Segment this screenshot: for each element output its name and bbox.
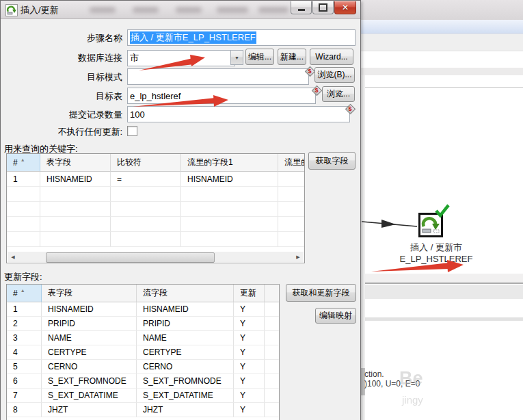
cell[interactable]: NAME [137, 331, 234, 345]
browse-schema-button[interactable]: 浏览(B)... [314, 67, 355, 83]
chevron-down-icon: ▼ [234, 55, 239, 60]
wizard-button[interactable]: Wizard... [310, 49, 353, 65]
cell[interactable]: HISNAMEID [181, 172, 278, 187]
update-table-row[interactable]: 7S_EXT_DATATIMES_EXT_DATATIMEY [7, 389, 279, 403]
cell[interactable]: Y [234, 317, 265, 331]
step-name-value: 插入 / 更新市E_LP_HSTLEREF [130, 31, 256, 44]
scroll-right-icon[interactable]: ▶ [293, 252, 304, 262]
keys-table: #▲ 表字段 比较符 流里的字段1 流里的 1 HISNAMEID = HISN… [6, 153, 305, 263]
cell[interactable]: CERTYPE [137, 345, 234, 360]
cell[interactable]: CERNO [137, 360, 234, 374]
update-table-row[interactable]: 5CERNOCERNOY [7, 360, 279, 374]
cell[interactable]: PRIPID [42, 317, 137, 331]
cell[interactable] [278, 172, 304, 187]
edit-mapping-button[interactable]: 编辑映射 [315, 308, 356, 324]
cell[interactable]: Y [234, 345, 265, 360]
cell[interactable]: 3 [7, 331, 42, 345]
cell[interactable]: Y [234, 389, 265, 403]
get-fields-button[interactable]: 获取字段 [308, 152, 356, 170]
get-update-fields-button[interactable]: 获取和更新字段 [286, 284, 356, 302]
insert-update-step-icon[interactable] [418, 213, 443, 237]
cell[interactable]: 2 [7, 317, 42, 331]
background-panel-band [361, 68, 523, 75]
update-section-title: 更新字段: [4, 271, 42, 283]
update-col-num[interactable]: #▲ [7, 285, 42, 302]
cell[interactable]: JHZT [42, 403, 137, 417]
cell[interactable]: = [111, 172, 181, 187]
connection-select[interactable]: 市 [127, 50, 235, 66]
cell[interactable]: Y [234, 331, 265, 345]
cell[interactable]: CERTYPE [42, 345, 137, 360]
cell[interactable]: HISNAMEID [137, 302, 234, 317]
browse-table-button[interactable]: 浏览... [322, 86, 355, 102]
cell[interactable]: 5 [7, 360, 42, 374]
cell[interactable]: 4 [7, 345, 42, 360]
dialog-title: 插入/更新 [21, 4, 59, 16]
cell[interactable]: 1 [7, 172, 40, 187]
cell[interactable]: S_EXT_FROMNODE [137, 374, 234, 389]
scroll-left-icon[interactable]: ◀ [8, 252, 18, 262]
update-table-row[interactable]: 8JHZTJHZTY [7, 403, 279, 417]
keys-table-row[interactable]: 1 HISNAMEID = HISNAMEID [7, 172, 304, 187]
cell[interactable]: CERNO [42, 360, 137, 374]
update-table-row[interactable]: 1HISNAMEIDHISNAMEIDY [7, 302, 279, 317]
keys-col-num[interactable]: #▲ [7, 154, 40, 172]
target-table-input[interactable]: e_lp_hstleref [127, 88, 316, 104]
scroll-thumb[interactable] [46, 252, 215, 263]
keys-col-table-field[interactable]: 表字段 [40, 154, 111, 172]
cell[interactable]: HISNAMEID [40, 172, 111, 187]
keys-col-stream-field2[interactable]: 流里的 [278, 154, 304, 172]
insert-update-dialog: 插入/更新 ✕ 步骤名称 数据库连接 目标模式 目标表 提交记录数量 不执行任何… [0, 0, 361, 420]
keys-col-comparator[interactable]: 比较符 [111, 154, 181, 172]
new-connection-button[interactable]: 新建... [278, 49, 306, 65]
update-col-stream-field[interactable]: 流字段 [137, 285, 234, 302]
keys-table-empty-row[interactable] [7, 187, 304, 202]
background-panel-band [361, 285, 523, 299]
update-col-table-field[interactable]: 表字段 [42, 285, 137, 302]
scroll-track[interactable] [18, 252, 293, 262]
update-col-update[interactable]: 更新 [234, 285, 265, 302]
cell[interactable]: 1 [7, 302, 42, 317]
keys-table-empty-row[interactable] [7, 202, 304, 217]
cell[interactable]: S_EXT_DATATIME [137, 389, 234, 403]
cell[interactable]: HISNAMEID [42, 302, 137, 317]
update-table-row[interactable]: 4CERTYPECERTYPEY [7, 345, 279, 360]
redacted-text [176, 7, 202, 13]
maximize-button[interactable] [312, 1, 334, 14]
cell[interactable]: Y [234, 360, 265, 374]
step-label[interactable]: 插入 / 更新市E_LP_HSTLEREF [375, 241, 498, 264]
keys-table-hscrollbar[interactable]: ◀ ▶ [8, 252, 304, 262]
cell[interactable]: NAME [42, 331, 137, 345]
dialog-titlebar[interactable]: 插入/更新 ✕ [1, 1, 360, 19]
cell[interactable]: PRIPID [137, 317, 234, 331]
table-label: 目标表 [1, 90, 122, 103]
update-table-row[interactable]: 2PRIPIDPRIPIDY [7, 317, 279, 331]
connection-dropdown-button[interactable]: ▼ [230, 50, 243, 65]
close-button[interactable]: ✕ [334, 1, 356, 14]
cell[interactable]: Y [234, 403, 265, 417]
cell[interactable]: S_EXT_FROMNODE [42, 374, 137, 389]
update-table: #▲ 表字段 流字段 更新 1HISNAMEIDHISNAMEIDY 2PRIP… [6, 284, 280, 420]
keys-table-empty-row[interactable] [7, 217, 304, 232]
update-table-row[interactable]: 3NAMENAMEY [7, 331, 279, 345]
connection-label: 数据库连接 [1, 52, 122, 64]
keys-table-empty-row[interactable] [7, 232, 304, 247]
cell[interactable]: JHZT [137, 403, 234, 417]
schema-label: 目标模式 [1, 71, 122, 83]
cell[interactable]: 6 [7, 374, 42, 389]
cell[interactable]: S_EXT_DATATIME [42, 389, 137, 403]
cell[interactable]: 7 [7, 389, 42, 403]
skip-update-checkbox[interactable] [127, 126, 137, 136]
target-schema-input[interactable] [127, 68, 309, 85]
commit-size-input[interactable]: 100 [127, 106, 350, 122]
keys-col-stream-field1[interactable]: 流里的字段1 [181, 154, 278, 172]
cell[interactable]: Y [234, 302, 265, 317]
sort-ascending-icon: ▲ [21, 157, 25, 162]
update-table-row[interactable]: 6S_EXT_FROMNODES_EXT_FROMNODEY [7, 374, 279, 389]
background-divider [361, 317, 523, 321]
step-name-input[interactable]: 插入 / 更新市E_LP_HSTLEREF [127, 29, 356, 46]
cell[interactable]: 8 [7, 403, 42, 417]
edit-connection-button[interactable]: 编辑... [245, 49, 274, 65]
cell[interactable]: Y [234, 374, 265, 389]
minimize-button[interactable] [291, 1, 312, 14]
